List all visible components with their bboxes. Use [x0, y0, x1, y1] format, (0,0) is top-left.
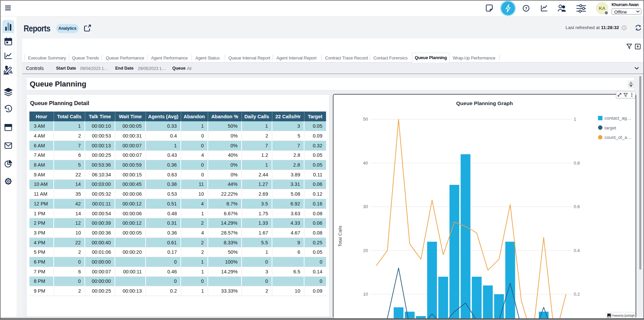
svg-text:KA: KA: [599, 6, 605, 11]
svg-text:?: ?: [525, 6, 527, 10]
svg-text:count_of_a…: count_of_a…: [604, 135, 631, 140]
svg-text:50: 50: [363, 117, 368, 122]
svg-text:0.2: 0.2: [574, 292, 580, 297]
svg-text:Total Calls: Total Calls: [338, 225, 343, 247]
svg-text:1: 1: [574, 117, 576, 122]
svg-text:0.4: 0.4: [574, 248, 580, 253]
svg-text:contact_ag…: contact_ag…: [604, 116, 631, 121]
svg-text:Queue Planning Graph: Queue Planning Graph: [456, 100, 513, 106]
svg-text:20: 20: [363, 248, 368, 253]
svg-text:30: 30: [363, 204, 368, 209]
svg-text:40: 40: [363, 160, 368, 165]
svg-text:target: target: [604, 125, 616, 130]
svg-text:10: 10: [363, 292, 368, 297]
svg-text:0.6: 0.6: [574, 204, 580, 209]
svg-text:0.8: 0.8: [574, 160, 580, 165]
svg-text:Powered by QuickSight: Powered by QuickSight: [612, 314, 635, 317]
